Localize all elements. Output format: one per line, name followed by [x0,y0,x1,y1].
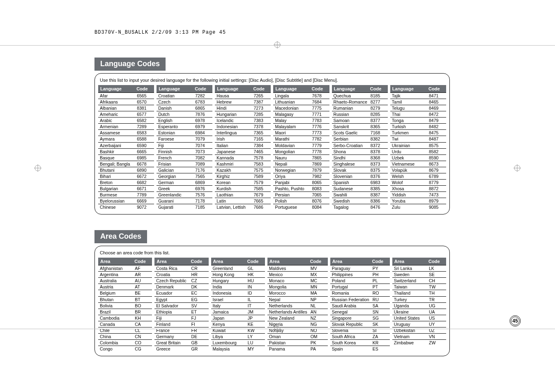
cell-name: Rhaeto-Romance [332,99,369,105]
cell-name: Oman [267,334,309,339]
cell-name: Persian [273,192,310,198]
table-row: Fiji7074 [157,142,212,148]
cell-name: Bhutan [98,297,133,302]
table-row: Assamese6583 [98,129,154,136]
cell-name: Canada [98,321,133,327]
table-row: BrazilBR [98,309,152,315]
cell-code: PH [371,272,390,277]
cell-code: 6865 [193,105,212,111]
table-row: Finnish7073 [157,148,212,154]
table-row: Sindhi8368 [332,154,388,161]
cell-name: Bashkir [98,149,135,154]
cell-code: 7585 [252,186,271,191]
table-column: AreaCodeMaldivesMVMexicoMXMonacoMCMongol… [267,258,328,352]
cell-code: CZ [190,278,209,284]
cell-code: ZW [427,340,446,346]
cell-code: 6789 [427,173,446,179]
table-column: AreaCodeSri LankaLKSwedenSESwitzerlandCH… [392,258,446,352]
language-codes-title: Language Codes [94,58,166,71]
table-row: Burmese7789 [98,191,154,198]
cell-code: 8376 [369,173,388,179]
table-column-header: LanguageCode [390,85,446,92]
cell-name: Indonesian [215,124,252,129]
header-name: Area [393,258,427,265]
table-row: Korean7579 [215,179,271,185]
cell-name: English [157,118,193,123]
table-row: New ZealandNZ [267,315,328,321]
header-code: Code [251,85,270,92]
cell-name: Latin [215,198,252,204]
cell-code: US [427,315,446,321]
table-row: Byelorussian6669 [98,198,154,204]
cell-name: Hausa [215,93,252,99]
cell-code: 8475 [427,130,446,136]
cell-name: Finland [154,321,189,327]
table-row: Swahili8387 [332,191,388,198]
table-row: Kazakh7575 [215,167,271,173]
cell-name: Lingala [273,93,310,99]
cell-name: Greenlandic [157,192,193,198]
cell-name: Bihari [98,173,135,179]
table-row: Hebrew7387 [215,99,271,105]
cell-name: Hungarian [215,111,252,117]
cell-name: Taiwan [392,284,427,290]
table-row: UkraineUA [392,309,446,315]
cell-code: 7776 [311,124,329,129]
table-column: AreaCodeAfghanistanAFArgentinaARAustrali… [98,258,152,352]
cell-name: Rumanian [332,105,369,111]
cell-code: 7273 [252,105,271,111]
manual-page: BD370V-N_BUSALLK 2/2/09 3:13 PM Page 45 … [0,0,555,392]
cell-code: 8277 [369,99,388,105]
registration-mark-right-icon [514,164,521,172]
cell-name: Romania [330,290,371,296]
cell-name: Byelorussian [98,198,135,204]
table-row: FranceFR [154,327,208,333]
cell-code: DE [190,334,209,339]
cell-name: Scots Gaelic [332,130,369,136]
table-column-header: AreaCode [267,258,328,265]
table-row: NetherlandsNL [267,302,328,309]
table-row: FinlandFI [154,321,208,327]
cell-name: Xhosa [390,186,427,191]
header-name: Language [391,85,427,92]
cell-code: 6978 [193,118,212,123]
table-row: Ameharic6577 [98,111,154,117]
table-row: Vietnamese8673 [390,161,446,167]
table-column-header: LanguageCode [98,85,154,92]
table-row: Samoan8377 [332,117,388,123]
cell-name: Hong Kong [211,272,246,277]
cell-code: HK [246,272,265,277]
cell-name: Chinese [98,204,135,210]
table-row: ParaguayPY [330,265,390,271]
table-row: Thai8472 [390,111,446,117]
cell-name: Russian [332,111,369,117]
cell-name: Morocco [267,290,309,296]
cell-name: Vietnamese [390,161,427,167]
table-row: Uzbek8590 [390,154,446,161]
cell-code: ES [371,346,390,352]
cell-code: 7168 [369,130,388,136]
cell-code: 6565 [135,93,154,99]
table-row: KuwaitKW [211,327,265,333]
cell-code: JM [246,309,265,315]
table-row: Arabic6582 [98,117,154,123]
cell-code: RO [371,290,390,296]
table-row: DenmarkDK [154,284,208,290]
table-column-header: AreaCode [211,258,265,265]
cell-name: Great Britain [154,340,189,346]
table-row: German6869 [157,179,212,185]
cell-code: ZA [371,334,390,339]
table-row: KenyaKE [211,321,265,327]
cell-code: PK [309,340,328,346]
cell-code: 6984 [193,130,212,136]
cell-name: Interlingua [215,130,252,136]
cell-name: Malayalam [273,124,310,129]
cell-name: Swahili [332,192,369,198]
cell-code: MN [309,284,328,290]
cell-name: Austria [98,284,133,290]
cell-code: OM [309,334,328,339]
cell-name: Cambodia [98,315,133,321]
table-column: AreaCodeParaguayPYPhilippinesPHPolandPLP… [330,258,390,352]
table-row: NepalNP [267,296,328,302]
cell-name: Denmark [154,284,189,290]
